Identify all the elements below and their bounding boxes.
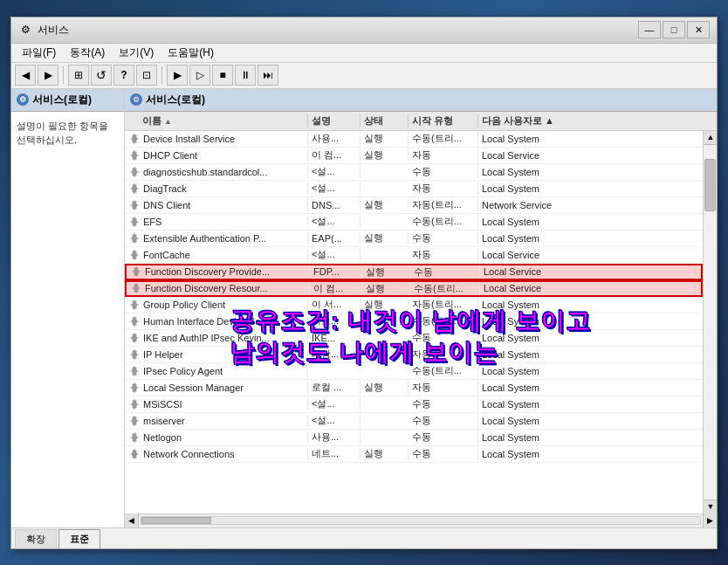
window-icon: ⚙ [18, 23, 32, 37]
table-row[interactable]: DiagTrack <설... 자동 Local System [125, 181, 703, 197]
service-logon: Local System [478, 183, 574, 194]
table-row[interactable]: Extensible Authentication P... EAP(... 실… [125, 231, 703, 247]
close-button[interactable]: ✕ [687, 21, 710, 38]
menu-action[interactable]: 동작(A) [63, 44, 112, 62]
table-row[interactable]: diagnosticshub.standardcol... <설... 수동 L… [125, 164, 703, 181]
service-start: 수동 [409, 331, 478, 344]
table-row[interactable]: IKE and AuthIP IPsec Keyin... IKE... 수동 … [125, 330, 703, 347]
service-name: Network Connections [125, 448, 308, 460]
table-row[interactable]: FontCache <설... 자동 Local Service [125, 247, 703, 264]
col-header-logon[interactable]: 다음 사용자로 ▲ [478, 114, 574, 127]
table-row[interactable]: DNS Client DNS... 실행 자동(트리... Network Se… [125, 197, 703, 214]
table-row[interactable]: Human Interface Device Se... 키보... 수동(트리… [125, 314, 703, 330]
scroll-down-button[interactable]: ▼ [704, 500, 717, 513]
pause-button[interactable]: ⏸ [235, 65, 256, 86]
col-header-status[interactable]: 상태 [361, 114, 409, 127]
service-name: IP Helper [125, 348, 308, 361]
table-row[interactable]: Function Discovery Provide... FDP... 실행 … [125, 264, 703, 280]
service-icon [128, 431, 141, 444]
horizontal-scrollbar[interactable]: ◀ ▶ [125, 513, 717, 527]
tabs-bar: 확장 표준 [11, 527, 717, 548]
scroll-track-h[interactable] [141, 516, 701, 525]
start2-button[interactable]: ▷ [189, 65, 210, 86]
service-logon: Local Service [480, 283, 576, 293]
table-row[interactable]: Network Connections 네트... 실행 수동 Local Sy… [125, 446, 703, 463]
service-logon: Local System [478, 432, 574, 443]
maximize-button[interactable]: □ [663, 21, 685, 38]
service-desc: 사용... [308, 132, 361, 145]
tab-standard[interactable]: 표준 [58, 529, 100, 548]
service-logon: Local System [478, 300, 574, 310]
scroll-up-button[interactable]: ▲ [704, 131, 717, 145]
service-desc: <설... [308, 215, 361, 228]
service-desc: 가상... [308, 348, 361, 361]
menu-file[interactable]: 파일(F) [15, 44, 63, 62]
table-row[interactable]: IP Helper 가상... 자동 Local System [125, 347, 703, 363]
scroll-left-button[interactable]: ◀ [125, 513, 139, 527]
properties-button[interactable]: ⊡ [136, 65, 157, 86]
service-start: 자동 [409, 248, 478, 261]
service-logon: Local Service [478, 150, 574, 161]
service-name: DHCP Client [125, 149, 308, 162]
menu-help[interactable]: 도움말(H) [161, 44, 221, 62]
service-start: 자동(트리... [409, 298, 478, 311]
table-row[interactable]: Device Install Service 사용... 실행 수동(트리...… [125, 131, 703, 148]
service-start: 수동 [410, 265, 480, 279]
service-start: 수동 [409, 414, 478, 427]
table-row[interactable]: Netlogon 사용... 수동 Local System [125, 430, 703, 446]
back-button[interactable]: ◀ [15, 65, 36, 86]
service-icon [128, 133, 141, 145]
service-name: Netlogon [125, 431, 308, 444]
service-status: 실행 [361, 298, 409, 311]
window-title: 서비스 [38, 23, 638, 38]
toolbar-separator-2 [161, 66, 162, 84]
refresh-button[interactable]: ↺ [91, 65, 112, 86]
service-start: 자동 [409, 381, 478, 394]
show-hide-button[interactable]: ⊞ [68, 65, 89, 86]
table-row[interactable]: IPsec Policy Agent 수동(트리... Local System [125, 363, 703, 380]
service-name: FontCache [125, 249, 308, 261]
service-status: 실행 [361, 381, 409, 394]
forward-button[interactable]: ▶ [38, 65, 58, 86]
col-header-desc[interactable]: 설명 [308, 114, 361, 127]
table-row[interactable]: msiserver <설... 수동 Local System [125, 413, 703, 430]
service-desc: EAP(... [308, 233, 361, 244]
scroll-right-button[interactable]: ▶ [703, 513, 717, 527]
service-name: Function Discovery Provide... [127, 265, 310, 278]
toolbar-separator-1 [63, 66, 64, 84]
service-logon: Local System [478, 233, 574, 244]
scrollbar[interactable]: ▲ ▼ [703, 131, 717, 513]
service-logon: Local System [478, 316, 574, 327]
stop-button[interactable]: ■ [212, 65, 233, 86]
table-row[interactable]: Group Policy Client 이 서... 실행 자동(트리... L… [125, 297, 703, 314]
resume-button[interactable]: ⏭ [258, 65, 278, 86]
table-row[interactable]: Local Session Manager 로컬 ... 실행 자동 Local… [125, 380, 703, 396]
table-row[interactable]: DHCP Client 이 컴... 실행 자동 Local Service [125, 148, 703, 164]
table-row[interactable]: Function Discovery Resour... 이 컴... 실행 수… [125, 280, 703, 297]
service-name: EFS [125, 216, 308, 228]
col-header-start[interactable]: 시작 유형 [409, 114, 478, 127]
table-row[interactable]: MSiSCSI <설... 수동 Local System [125, 396, 703, 413]
main-panel: ⚙ 서비스(로컬) 이름 ▲ 설명 상태 시작 유형 다음 사용자로 ▲ [125, 89, 717, 527]
content-area: ⚙ 서비스(로컬) 설명이 필요한 항목을 선택하십시오. ⚙ 서비스(로컬) … [11, 89, 717, 527]
help-button[interactable]: ? [113, 65, 134, 86]
service-icon [128, 348, 141, 361]
service-icon [128, 415, 141, 427]
service-icon [128, 232, 141, 245]
service-icon [128, 448, 141, 460]
table-row[interactable]: EFS <설... 수동(트리... Local System [125, 214, 703, 231]
tab-expand[interactable]: 확장 [15, 529, 57, 548]
table-body[interactable]: Device Install Service 사용... 실행 수동(트리...… [125, 131, 703, 513]
main-header-title: 서비스(로컬) [146, 93, 205, 107]
service-logon: Local System [478, 416, 574, 426]
menu-view[interactable]: 보기(V) [112, 44, 161, 62]
service-icon [128, 398, 141, 410]
scroll-thumb[interactable] [704, 159, 716, 211]
scroll-thumb-h[interactable] [141, 517, 211, 524]
start-button[interactable]: ▶ [167, 65, 188, 86]
sidebar-content: 설명이 필요한 항목을 선택하십시오. [11, 112, 124, 527]
service-icon [128, 166, 141, 178]
minimize-button[interactable]: — [638, 21, 661, 38]
col-header-name[interactable]: 이름 ▲ [125, 114, 308, 127]
service-logon: Local System [478, 167, 574, 177]
